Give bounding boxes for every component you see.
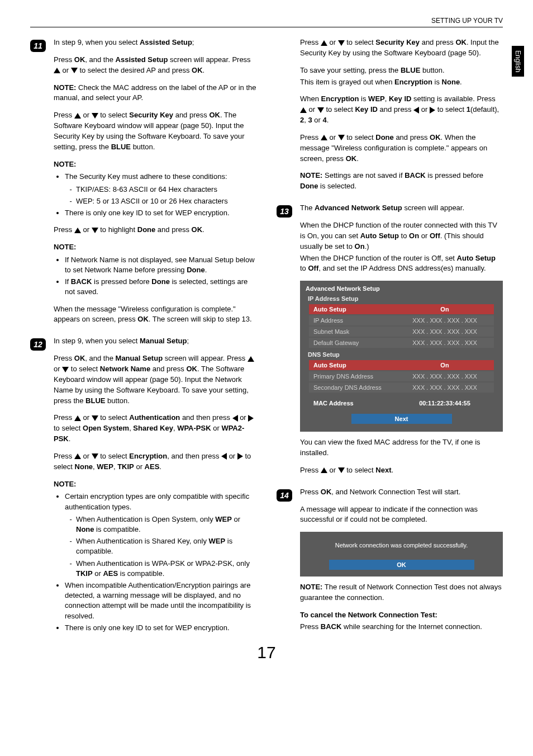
row-subnet-mask[interactable]: Subnet MaskXXX . XXX . XXX . XXX xyxy=(309,327,494,337)
down-arrow-icon xyxy=(62,367,69,372)
up-arrow-icon xyxy=(321,135,327,140)
running-head: SETTING UP YOUR TV xyxy=(30,17,503,27)
right-arrow-icon xyxy=(237,453,243,460)
up-arrow-icon xyxy=(248,356,254,362)
down-arrow-icon xyxy=(71,68,78,73)
text: Press OK, and Network Connection Test wi… xyxy=(300,487,503,498)
down-arrow-icon xyxy=(338,135,345,140)
note-list: The Security Key must adhere to these co… xyxy=(54,172,256,218)
text: Press or to highlight Done and press OK. xyxy=(54,225,256,235)
text: Press or to select Next. xyxy=(300,465,503,476)
row-auto-setup-dns[interactable]: Auto SetupOn xyxy=(309,360,494,370)
text: To save your setting, press the BLUE but… xyxy=(300,65,503,76)
step-badge-11: 11 xyxy=(30,40,46,52)
dialog-message: Network connection was completed success… xyxy=(306,542,497,549)
panel-title: Advanced Network Setup xyxy=(306,285,497,292)
up-arrow-icon xyxy=(74,228,81,233)
text: This item is grayed out when Encryption … xyxy=(300,77,503,88)
note-list: If Network Name is not displayed, see Ma… xyxy=(54,255,256,297)
text: NOTE: The result of Network Connection T… xyxy=(300,582,503,603)
note-list: Certain encryption types are only compat… xyxy=(54,492,256,632)
text: Press or to select Encryption, and then … xyxy=(54,451,256,472)
heading: To cancel the Network Connection Test: xyxy=(300,610,503,621)
left-arrow-icon xyxy=(413,107,419,114)
text: You can view the fixed MAC address for t… xyxy=(300,437,503,459)
row-default-gateway[interactable]: Default GatewayXXX . XXX . XXX . XXX xyxy=(309,338,494,348)
next-button[interactable]: Next xyxy=(351,414,452,424)
step-badge-12: 12 xyxy=(30,338,46,351)
panel-subtitle-dns: DNS Setup xyxy=(308,351,495,358)
left-arrow-icon xyxy=(221,453,227,460)
text: A message will appear to indicate if the… xyxy=(300,504,503,526)
ok-button[interactable]: OK xyxy=(329,560,474,570)
row-secondary-dns[interactable]: Secondary DNS AddressXXX . XXX . XXX . X… xyxy=(309,382,494,393)
text: In step 9, when you select Assisted Setu… xyxy=(54,37,256,48)
note-label: NOTE: xyxy=(54,479,256,490)
down-arrow-icon xyxy=(338,40,345,46)
up-arrow-icon xyxy=(74,113,81,119)
panel-subtitle-ip: IP Address Setup xyxy=(308,295,495,302)
text: When the DHCP function of the router con… xyxy=(300,220,503,252)
text: Press or to select Authentication and th… xyxy=(54,413,256,445)
page-number: 17 xyxy=(30,643,503,662)
right-arrow-icon xyxy=(248,415,254,422)
text: When the message "Wireless configuration… xyxy=(54,304,256,325)
text: Press or to select Security Key and pres… xyxy=(300,37,503,59)
text: Press BACK while searching for the Inter… xyxy=(300,622,503,632)
text: Press or to select Security Key and pres… xyxy=(54,110,256,152)
text: Press or to select Done and press OK. Wh… xyxy=(300,133,503,164)
text: The Advanced Network Setup screen will a… xyxy=(300,203,503,214)
advanced-network-setup-panel: Advanced Network Setup IP Address Setup … xyxy=(300,281,503,432)
text: Press OK, and the Assisted Setup screen … xyxy=(54,55,256,76)
left-arrow-icon xyxy=(232,415,238,422)
step-badge-14: 14 xyxy=(277,489,292,502)
up-arrow-icon xyxy=(321,40,327,46)
up-arrow-icon xyxy=(54,68,60,73)
down-arrow-icon xyxy=(317,107,324,113)
down-arrow-icon xyxy=(92,113,98,119)
down-arrow-icon xyxy=(92,453,98,459)
connection-result-dialog: Network connection was completed success… xyxy=(300,532,503,577)
row-ip-address[interactable]: IP AddressXXX . XXX . XXX . XXX xyxy=(309,315,494,325)
text: When Encryption is WEP, Key ID setting i… xyxy=(300,94,503,126)
note-label: NOTE: xyxy=(54,159,256,170)
up-arrow-icon xyxy=(300,107,307,113)
down-arrow-icon xyxy=(92,228,98,233)
up-arrow-icon xyxy=(74,415,81,421)
note-label: NOTE: xyxy=(54,242,256,253)
language-tab: English xyxy=(512,46,524,77)
down-arrow-icon xyxy=(338,467,345,473)
step-badge-13: 13 xyxy=(277,205,292,218)
text: NOTE: Settings are not saved if BACK is … xyxy=(300,171,503,192)
text: Press OK, and the Manual Setup screen wi… xyxy=(54,353,256,406)
right-arrow-icon xyxy=(430,107,435,114)
text: When the DHCP function of the router is … xyxy=(300,253,503,275)
row-mac-address: MAC Address00:11:22:33:44:55 xyxy=(309,398,494,408)
text: In step 9, when you select Manual Setup; xyxy=(54,336,256,347)
row-auto-setup-ip[interactable]: Auto SetupOn xyxy=(309,304,494,314)
up-arrow-icon xyxy=(321,467,327,473)
text: NOTE: Check the MAC address on the label… xyxy=(54,83,256,104)
row-primary-dns[interactable]: Primary DNS AddressXXX . XXX . XXX . XXX xyxy=(309,371,494,381)
down-arrow-icon xyxy=(92,415,98,421)
up-arrow-icon xyxy=(74,453,81,459)
